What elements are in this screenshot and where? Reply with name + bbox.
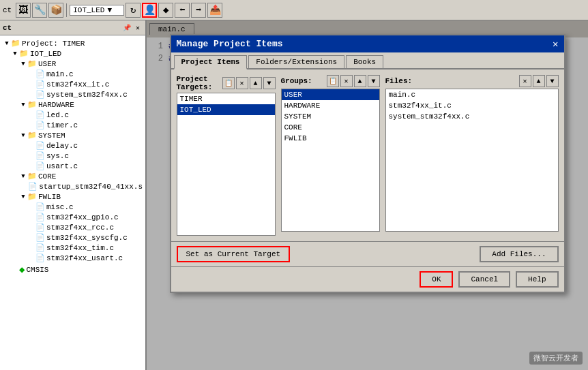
file-icon-startup: 📄: [28, 182, 38, 191]
folder-icon-core: 📁: [27, 172, 37, 181]
toolbar-icon-3[interactable]: 📦: [48, 3, 63, 18]
folder-icon-fwlib: 📁: [27, 192, 37, 201]
group-item-system[interactable]: SYSTEM: [282, 111, 379, 122]
tree-item-system[interactable]: ▼ 📁 SYSTEM: [3, 130, 143, 140]
file-icon-led-c: 📄: [35, 110, 45, 119]
tab-project-items[interactable]: Project Items: [174, 55, 248, 70]
tree-item-sys-c[interactable]: 📄 sys.c: [3, 151, 143, 161]
file-item-stm32-it[interactable]: stm32f4xx_it.c: [386, 100, 558, 111]
toolbar-dropdown[interactable]: IOT_LED ▼: [70, 5, 124, 16]
gpio-c-label: stm32f4xx_gpio.c: [46, 213, 119, 221]
set-current-target-button[interactable]: Set as Current Target: [177, 246, 291, 262]
tab-books[interactable]: Books: [346, 55, 383, 68]
tree-item-gpio-c[interactable]: 📄 stm32f4xx_gpio.c: [3, 212, 143, 222]
usart2-c-label: stm32f4xx_usart.c: [46, 254, 123, 262]
pin-icon[interactable]: 📌: [122, 23, 132, 33]
manage-project-modal: Manage Project Items ✕ Project Items Fol…: [170, 34, 565, 293]
targets-header: Project Targets: 📋 ✕ ▲ ▼: [177, 75, 276, 91]
group-item-user[interactable]: USER: [282, 89, 379, 100]
targets-delete-btn[interactable]: ✕: [236, 77, 248, 89]
tree-item-hardware[interactable]: ▼ 📁 HARDWARE: [3, 99, 143, 110]
toolbar-arrow2-btn[interactable]: ➡: [191, 3, 206, 18]
toolbar-arrow-btn[interactable]: ⬅: [175, 3, 190, 18]
tree-item-misc-c[interactable]: 📄 misc.c: [3, 202, 143, 212]
files-up-btn[interactable]: ▲: [533, 75, 545, 87]
help-button[interactable]: Help: [516, 271, 558, 288]
group-item-fwlib[interactable]: FWLIB: [282, 133, 379, 144]
tree-item-cmsis[interactable]: ◆ CMSIS: [3, 263, 143, 276]
tree-item-system-stm32[interactable]: 📄 system_stm32f4xx.c: [3, 89, 143, 99]
close-panel-icon[interactable]: ✕: [133, 23, 143, 33]
tree-item-startup[interactable]: 📄 startup_stm32f40_41xx.s: [3, 181, 143, 191]
toolbar-ct-label: ct: [3, 6, 12, 14]
sys-c-label: sys.c: [46, 152, 69, 160]
groups-list: USER HARDWARE SYSTEM CORE FWLIB: [281, 89, 380, 232]
toolbar-diamond-btn[interactable]: ◆: [158, 3, 173, 18]
groups-delete-btn[interactable]: ✕: [340, 75, 353, 87]
toolbar-export-btn[interactable]: 📤: [207, 3, 222, 18]
tab-folders-extensions[interactable]: Folders/Extensions: [248, 55, 344, 68]
tree-item-stm32-it[interactable]: 📄 stm32f4xx_it.c: [3, 79, 143, 89]
group-item-core[interactable]: CORE: [282, 122, 379, 133]
tree-item-iot-led[interactable]: ▼ 📁 IOT_LED: [3, 48, 143, 59]
files-down-btn[interactable]: ▼: [546, 75, 559, 87]
modal-close-button[interactable]: ✕: [553, 38, 558, 50]
project-header[interactable]: ▼ 📁 Project: TIMER: [3, 38, 143, 48]
targets-down-btn[interactable]: ▼: [263, 77, 276, 89]
tree-item-led-c[interactable]: 📄 led.c: [3, 110, 143, 120]
led-c-label: led.c: [46, 111, 69, 119]
left-panel-header: ct 📌 ✕: [0, 20, 145, 35]
tree-item-fwlib[interactable]: ▼ 📁 FWLIB: [3, 191, 143, 202]
rcc-c-label: stm32f4xx_rcc.c: [46, 223, 114, 232]
tim-c-label: stm32f4xx_tim.c: [46, 244, 114, 252]
tree-item-user[interactable]: ▼ 📁 USER: [3, 59, 143, 69]
tree-item-usart2-c[interactable]: 📄 stm32f4xx_usart.c: [3, 253, 143, 263]
file-item-main-c[interactable]: main.c: [386, 89, 558, 100]
groups-column: Groups: 📋 ✕ ▲ ▼ USER HARDWARE SYSTEM COR…: [281, 75, 380, 236]
file-icon-sys-c: 📄: [35, 151, 45, 160]
tree-item-tim-c[interactable]: 📄 stm32f4xx_tim.c: [3, 243, 143, 253]
file-icon-timer-c: 📄: [35, 121, 45, 129]
targets-add-btn[interactable]: 📋: [222, 77, 235, 89]
left-panel-icons: 📌 ✕: [122, 23, 143, 33]
file-item-system-stm32[interactable]: system_stm32f4xx.c: [386, 111, 558, 122]
toolbar-manage-btn[interactable]: 👤: [142, 3, 157, 18]
tree-item-core[interactable]: ▼ 📁 CORE: [3, 171, 143, 181]
toolbar-icon-2[interactable]: 🔧: [32, 3, 47, 18]
cmsis-label: CMSIS: [26, 266, 48, 274]
file-icon-stm32-it: 📄: [35, 80, 45, 89]
groups-up-btn[interactable]: ▲: [354, 75, 366, 87]
toolbar-icon-1[interactable]: 🖼: [16, 3, 31, 18]
files-label: Files:: [385, 77, 518, 85]
target-item-timer[interactable]: TIMER: [177, 93, 275, 104]
modal-body: Project Targets: 📋 ✕ ▲ ▼ TIMER IOT_LED: [171, 70, 564, 241]
tree-item-timer-c[interactable]: 📄 timer.c: [3, 120, 143, 130]
target-item-iot-led[interactable]: IOT_LED: [177, 104, 275, 115]
cancel-button[interactable]: Cancel: [458, 271, 510, 288]
startup-label: startup_stm32f40_41xx.s: [39, 183, 143, 191]
delay-c-label: delay.c: [46, 142, 78, 150]
groups-add-btn[interactable]: 📋: [327, 75, 339, 87]
group-item-hardware[interactable]: HARDWARE: [282, 100, 379, 111]
toolbar: ct 🖼 🔧 📦 IOT_LED ▼ ↻ 👤 ◆ ⬅ ➡ 📤: [0, 0, 588, 20]
add-files-button[interactable]: Add Files...: [480, 246, 558, 262]
tree-item-rcc-c[interactable]: 📄 stm32f4xx_rcc.c: [3, 222, 143, 232]
targets-column: Project Targets: 📋 ✕ ▲ ▼ TIMER IOT_LED: [177, 75, 276, 236]
targets-up-btn[interactable]: ▲: [250, 77, 262, 89]
tree-item-syscfg-c[interactable]: 📄 stm32f4xx_syscfg.c: [3, 232, 143, 243]
files-list: main.c stm32f4xx_it.c system_stm32f4xx.c: [385, 89, 559, 232]
groups-down-btn[interactable]: ▼: [368, 75, 380, 87]
file-icon-syscfg-c: 📄: [35, 233, 45, 242]
core-label: CORE: [38, 172, 56, 181]
project-icon: 📁: [11, 39, 20, 48]
toolbar-refresh-btn[interactable]: ↻: [126, 3, 141, 18]
files-delete-btn[interactable]: ✕: [519, 75, 531, 87]
tree-item-usart-c[interactable]: 📄 usart.c: [3, 161, 143, 171]
toolbar-separator: [66, 3, 67, 17]
ok-button[interactable]: OK: [420, 271, 453, 288]
file-icon-misc-c: 📄: [35, 202, 45, 211]
file-icon-system-stm32: 📄: [35, 90, 45, 99]
stm32-it-label: stm32f4xx_it.c: [46, 80, 109, 89]
tree-item-delay-c[interactable]: 📄 delay.c: [3, 140, 143, 151]
tree-item-main-c[interactable]: 📄 main.c: [3, 69, 143, 79]
